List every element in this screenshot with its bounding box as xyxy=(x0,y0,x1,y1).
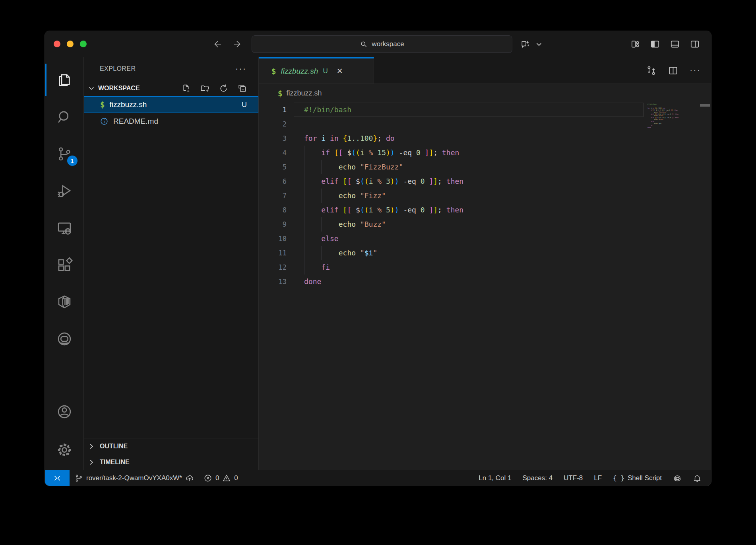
zoom-window-button[interactable] xyxy=(80,41,87,47)
account-icon[interactable] xyxy=(45,393,84,430)
indent-guide xyxy=(304,160,304,174)
activity-bar: 1 xyxy=(45,57,84,470)
outline-section-header[interactable]: OUTLINE xyxy=(84,438,258,454)
forward-icon[interactable] xyxy=(233,39,243,49)
code-line-10[interactable]: 10 else xyxy=(259,232,711,246)
ai-assistant-icon[interactable] xyxy=(45,320,84,357)
errors-icon xyxy=(204,474,212,483)
encoding-setting[interactable]: UTF-8 xyxy=(558,470,588,486)
file-row-fizzbuzz[interactable]: $ fizzbuzz.sh U xyxy=(84,96,258,113)
settings-gear-icon[interactable] xyxy=(45,430,84,470)
new-file-icon[interactable] xyxy=(181,84,191,93)
code-text: echo "Buzz" xyxy=(304,217,386,232)
breadcrumb-file: fizzbuzz.sh xyxy=(286,89,322,97)
indent-guide xyxy=(321,189,322,203)
code-line-11[interactable]: 11 echo "$i" xyxy=(259,246,711,260)
code-line-7[interactable]: 7 echo "Fizz" xyxy=(259,189,711,203)
tab-fizzbuzz[interactable]: $ fizzbuzz.sh U ✕ xyxy=(259,57,374,84)
refresh-icon[interactable] xyxy=(219,84,229,93)
extensions-icon[interactable] xyxy=(45,246,84,283)
code-text: echo "Fizz" xyxy=(304,189,386,203)
tab-bar: $ fizzbuzz.sh U ✕ ··· xyxy=(259,57,711,84)
explorer-icon[interactable] xyxy=(45,61,84,98)
code-line-13[interactable]: 13done xyxy=(259,274,711,289)
indent-guide xyxy=(321,160,322,174)
search-view-icon[interactable] xyxy=(45,98,84,135)
info-file-icon xyxy=(100,117,109,126)
code-editor[interactable]: 1#!/bin/bash23for i in {1..100}; do4 if … xyxy=(259,103,711,470)
line-number: 7 xyxy=(259,189,287,203)
code-line-3[interactable]: 3for i in {1..100}; do xyxy=(259,131,711,146)
workspace-section-header[interactable]: WORKSPACE xyxy=(84,80,258,96)
source-control-icon[interactable]: 1 xyxy=(45,135,84,172)
chevron-right-icon xyxy=(87,458,96,467)
line-number: 11 xyxy=(259,246,287,260)
shell-file-icon: $ xyxy=(278,89,282,98)
minimap[interactable]: #!/bin/bash for i in {1..100}; do if [[ … xyxy=(647,103,680,129)
indentation-setting[interactable]: Spaces: 4 xyxy=(517,470,558,486)
more-actions-icon[interactable]: ··· xyxy=(690,65,701,76)
copilot-icon xyxy=(673,474,682,483)
code-text: echo "$i" xyxy=(304,246,377,260)
code-text: elif [[ $((i % 3)) -eq 0 ]]; then xyxy=(304,174,463,189)
outline-label: OUTLINE xyxy=(100,443,128,450)
run-debug-icon[interactable] xyxy=(45,172,84,209)
customize-layout-icon[interactable] xyxy=(630,39,640,49)
toggle-secondary-sidebar-icon[interactable] xyxy=(690,39,700,49)
close-window-button[interactable] xyxy=(54,41,60,47)
code-line-4[interactable]: 4 if [[ $((i % 15)) -eq 0 ]]; then xyxy=(259,146,711,160)
notifications[interactable] xyxy=(687,470,707,486)
code-text: echo "FizzBuzz" xyxy=(304,160,403,174)
code-line-12[interactable]: 12 fi xyxy=(259,260,711,274)
remote-explorer-icon[interactable] xyxy=(45,209,84,246)
cursor-position[interactable]: Ln 1, Col 1 xyxy=(473,470,517,486)
branch-indicator[interactable]: rover/task-2-QwamOvYXA0xW* xyxy=(70,470,199,486)
vscode-window: workspace xyxy=(45,31,711,486)
timeline-label: TIMELINE xyxy=(100,459,130,466)
branch-icon xyxy=(74,474,83,483)
eol-setting[interactable]: LF xyxy=(588,470,607,486)
split-editor-icon[interactable] xyxy=(668,65,678,76)
code-line-8[interactable]: 8 elif [[ $((i % 5)) -eq 0 ]]; then xyxy=(259,203,711,217)
command-center-search[interactable]: workspace xyxy=(252,35,512,53)
minimize-window-button[interactable] xyxy=(67,41,74,47)
code-line-1[interactable]: 1#!/bin/bash xyxy=(259,103,711,117)
problems-indicator[interactable]: 0 0 xyxy=(199,470,243,486)
file-row-readme[interactable]: README.md xyxy=(84,113,258,130)
timeline-section-header[interactable]: TIMELINE xyxy=(84,454,258,470)
collapse-all-icon[interactable] xyxy=(237,84,247,93)
close-tab-icon[interactable]: ✕ xyxy=(337,66,343,76)
code-text: else xyxy=(304,232,339,246)
toggle-primary-sidebar-icon[interactable] xyxy=(650,39,660,49)
explorer-more-actions-icon[interactable]: ··· xyxy=(235,64,246,74)
scrollbar-slider[interactable] xyxy=(700,104,710,107)
new-folder-icon[interactable] xyxy=(200,84,210,93)
title-bar: workspace xyxy=(45,31,711,57)
code-line-5[interactable]: 5 echo "FizzBuzz" xyxy=(259,160,711,174)
indent-guide xyxy=(304,174,304,189)
code-line-6[interactable]: 6 elif [[ $((i % 3)) -eq 0 ]]; then xyxy=(259,174,711,189)
line-number: 10 xyxy=(259,232,287,246)
copilot-chat-icon[interactable] xyxy=(520,39,531,49)
shell-file-icon: $ xyxy=(271,67,276,76)
containers-icon[interactable] xyxy=(45,283,84,320)
indent-guide xyxy=(304,246,304,260)
indent-guide xyxy=(304,260,304,274)
breadcrumb[interactable]: $ fizzbuzz.sh xyxy=(259,84,711,103)
line-number: 8 xyxy=(259,203,287,217)
code-line-9[interactable]: 9 echo "Buzz" xyxy=(259,217,711,232)
bell-icon xyxy=(693,474,702,483)
indent-guide xyxy=(304,232,304,246)
braces-icon: { } xyxy=(613,474,624,482)
copilot-dropdown-chevron-icon[interactable] xyxy=(534,39,544,49)
explorer-sidebar: EXPLORER ··· WORKSPACE xyxy=(84,57,259,470)
back-icon[interactable] xyxy=(212,39,222,49)
toggle-panel-icon[interactable] xyxy=(670,39,680,49)
remote-indicator[interactable] xyxy=(45,470,70,486)
language-mode[interactable]: { } Shell Script xyxy=(607,470,667,486)
open-changes-icon[interactable] xyxy=(646,65,657,76)
chevron-right-icon xyxy=(87,442,96,451)
file-name: README.md xyxy=(113,117,158,126)
copilot-status[interactable] xyxy=(667,470,687,486)
code-line-2[interactable]: 2 xyxy=(259,117,711,131)
